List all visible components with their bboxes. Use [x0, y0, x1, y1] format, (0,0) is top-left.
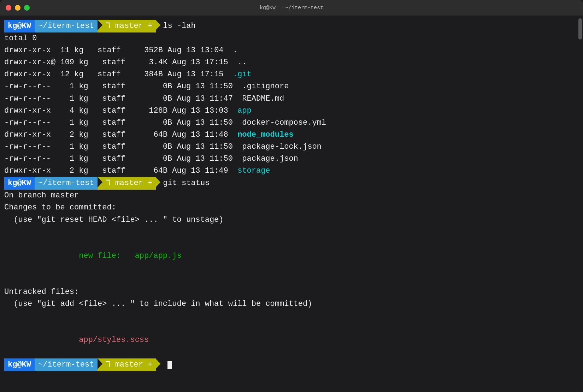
ls-output: total 0 drwxr-xr-x 11 kg staff 352B Aug … — [4, 32, 576, 177]
table-row: drwxr-xr-x 2 kg staff 64B Aug 13 11:49 s… — [4, 165, 576, 177]
table-row: -rw-r--r-- 1 kg staff 0B Aug 13 11:50 .g… — [4, 81, 576, 93]
terminal-body[interactable]: kg@KW ~/iterm-test ℸ master + ls -lah to… — [0, 16, 583, 392]
prompt-user-3: kg@KW — [4, 358, 35, 371]
terminal-window: kg@KW — ~/iterm-test kg@KW ~/iterm-test … — [0, 0, 583, 392]
table-row: drwxr-xr-x 2 kg staff 64B Aug 13 11:48 n… — [4, 129, 576, 141]
git-changes-header: Changes to be committed: — [4, 202, 576, 214]
prompt-path-2: ~/iterm-test — [35, 177, 98, 190]
table-row: drwxr-xr-x@ 109 kg staff 3.4K Aug 13 17:… — [4, 57, 576, 69]
ls-total: total 0 — [4, 32, 576, 44]
prompt-git-1: ℸ master + — [98, 20, 156, 32]
title-bar: kg@KW — ~/iterm-test — [0, 0, 583, 16]
prompt-user-2: kg@KW — [4, 177, 35, 190]
table-row: drwxr-xr-x 11 kg staff 352B Aug 13 13:04… — [4, 44, 576, 57]
git-untracked-header: Untracked files: — [4, 286, 576, 298]
prompt-line-2: kg@KW ~/iterm-test ℸ master + git status — [4, 177, 576, 190]
git-blank-2 — [4, 274, 576, 286]
close-button[interactable] — [6, 5, 11, 11]
prompt-git-3: ℸ master + — [98, 358, 156, 371]
prompt-path-1: ~/iterm-test — [35, 20, 98, 32]
prompt-line-3: kg@KW ~/iterm-test ℸ master + — [4, 358, 576, 371]
table-row: drwxr-xr-x 4 kg staff 128B Aug 13 13:03 … — [4, 105, 576, 117]
table-row: drwxr-xr-x 12 kg staff 384B Aug 13 17:15… — [4, 69, 576, 81]
git-blank-1 — [4, 226, 576, 238]
prompt-user-1: kg@KW — [4, 20, 35, 32]
cursor — [167, 361, 172, 369]
git-staged-file: new file: app/app.js — [4, 238, 576, 274]
git-branch-line: On branch master — [4, 190, 576, 202]
table-row: -rw-r--r-- 1 kg staff 0B Aug 13 11:47 RE… — [4, 93, 576, 105]
maximize-button[interactable] — [24, 5, 30, 11]
table-row: -rw-r--r-- 1 kg staff 0B Aug 13 11:50 pa… — [4, 141, 576, 153]
minimize-button[interactable] — [15, 5, 20, 11]
git-untracked-file: app/styles.scss — [4, 322, 576, 358]
git-status-output: On branch master Changes to be committed… — [4, 190, 576, 358]
table-row: -rw-r--r-- 1 kg staff 0B Aug 13 11:50 pa… — [4, 153, 576, 165]
git-blank-3 — [4, 310, 576, 322]
git-untracked-hint: (use "git add <file> ... " to include in… — [4, 298, 576, 310]
window-title: kg@KW — ~/iterm-test — [260, 5, 323, 11]
prompt-line-1: kg@KW ~/iterm-test ℸ master + ls -lah — [4, 20, 576, 32]
prompt-cmd-2: git status — [156, 177, 210, 189]
prompt-path-3: ~/iterm-test — [35, 358, 98, 371]
table-row: -rw-r--r-- 1 kg staff 0B Aug 13 11:50 do… — [4, 117, 576, 129]
prompt-git-2: ℸ master + — [98, 177, 156, 190]
prompt-cmd-1: ls -lah — [156, 20, 195, 32]
git-changes-hint: (use "git reset HEAD <file> ... " to uns… — [4, 214, 576, 226]
traffic-lights — [6, 5, 30, 11]
